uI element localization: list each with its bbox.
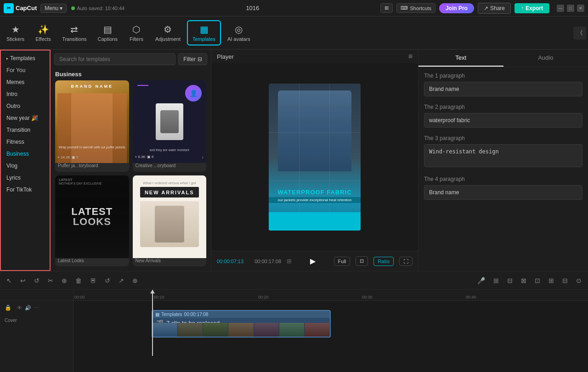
sidebar-item-vlog[interactable]: Vlog [3,160,48,172]
play-button[interactable]: ▶ [306,255,319,268]
rotate-button[interactable]: ↺ [102,275,113,286]
adjustment-label: Adjustment [155,36,181,42]
tool-captions[interactable]: ▤ Captions [93,21,122,45]
player-menu-icon[interactable]: ≡ [408,52,413,61]
paragraph-4-input[interactable] [424,185,582,200]
delete-button[interactable]: 🗑 [73,275,85,286]
tl-settings[interactable]: ⊙ [573,275,584,286]
menu-button[interactable]: Menu ▾ [40,4,67,13]
paragraph-2-input[interactable] [424,113,582,128]
sidebar-item-business[interactable]: Business [3,148,48,160]
autosave-indicator: Auto saved: 10:40:44 [71,6,124,11]
transitions-label: Transitions [62,36,86,42]
player-area: Player ≡ WATERPROOF FABRIC [211,50,418,271]
add-button[interactable]: ⊕ [59,275,70,286]
tool-transitions[interactable]: ⇄ Transitions [57,21,91,45]
tool-ai-avatars[interactable]: ◎ AI avatars [223,21,255,45]
tool-stickers[interactable]: ★ Stickers [2,21,29,45]
clip-thumb-0 [153,323,178,337]
filter-button[interactable]: Filter ⊟ [178,53,207,65]
crop-button[interactable]: ↗ [116,275,127,286]
template-card-creative[interactable]: 👤 and they are water resistant × 6.3K ▣ … [133,80,207,172]
minimize-button[interactable]: — [557,5,564,12]
templates-sidebar: ▸ Templates For You Memes Intro Outro Ne… [0,50,51,271]
export-button[interactable]: ↑ Export [514,3,549,13]
topbar: ✂ CapCut Menu ▾ Auto saved: 10:40:44 101… [0,0,588,17]
tool-filters[interactable]: ⬡ Filters [124,21,149,45]
tool-templates[interactable]: ▦ Templates [187,20,221,45]
shortcuts-button[interactable]: ⌨ Shortcuts [396,3,435,13]
tl-tool6[interactable]: ⊟ [560,275,571,286]
mark-button[interactable]: ⛨ [87,275,99,286]
effects-label: Effects [35,36,51,42]
tl-tool2[interactable]: ⊟ [504,275,515,286]
toolbar-collapse-button[interactable]: 《 [573,27,586,39]
cover-area: Cover [0,315,73,325]
tool-adjustment[interactable]: ⚙ Adjustment [151,21,185,45]
template-card-newarrivals[interactable]: What I ordered versus what I got NEW ARR… [133,175,207,267]
template-thumb-newarrivals: What I ordered versus what I got NEW ARR… [133,175,207,258]
ruler-mark-2: 00:20 [258,295,269,299]
time-total: 00:00:17:08 [254,259,281,264]
sidebar-item-for-you[interactable]: For You [3,64,48,76]
ruler-mark-1: 00:10 [154,295,164,299]
paragraph-1-input[interactable] [424,82,582,96]
share-button[interactable]: ↗ Share [478,3,511,14]
player-controls: 00:00:07:13 00:00:17:08 ⊞ ▶ Full ⊡ Ratio… [211,251,418,271]
close-button[interactable]: ✕ [577,5,584,12]
timeline-clip[interactable]: ▦ Templates 00:00:17:08 🎬 7 clip to be r… [152,310,331,338]
filters-icon: ⬡ [132,24,140,35]
template-card-latest[interactable]: LATEST LOOKS LATEST MOTHER'S DAY EXCLUSI… [55,175,129,267]
card-title-newarrivals: New Arrivals [133,258,207,265]
sidebar-item-outro[interactable]: Outro [3,100,48,112]
tl-tool1[interactable]: ⊞ [491,275,502,286]
stickers-icon: ★ [11,24,20,35]
sidebar-item-memes[interactable]: Memes [3,76,48,88]
tool-effects[interactable]: ✨ Effects [31,21,56,45]
screen-button[interactable]: ⊞ [380,3,393,13]
screenshot-button[interactable]: ⊡ [356,256,368,266]
add2-button[interactable]: ⊕ [130,275,141,286]
tl-tool3[interactable]: ⊠ [518,275,529,286]
sidebar-item-transition[interactable]: Transition [3,124,48,136]
tab-text[interactable]: Text [418,50,503,67]
eye-icon[interactable]: 👁 [17,305,22,310]
clip-thumb-1 [178,323,203,337]
search-input[interactable] [54,53,175,65]
join-pro-button[interactable]: Join Pro [439,3,474,13]
sidebar-header[interactable]: ▸ Templates [3,52,48,64]
tl-tool5[interactable]: ⊞ [546,275,557,286]
tab-audio[interactable]: Audio [503,50,588,67]
maximize-button[interactable]: □ [567,5,574,12]
tl-tool4[interactable]: ⊡ [532,275,543,286]
fullscreen-button[interactable]: ⛶ [399,257,413,266]
timeline-ruler: 00:00 00:10 00:20 00:30 00:40 [74,290,588,301]
ratio-button[interactable]: Ratio [373,257,394,266]
adjustment-icon: ⚙ [164,24,172,35]
microphone-button[interactable]: 🎤 [475,275,488,286]
clip-duration: 00:00:17:08 [184,312,209,317]
paragraph-2-section: The 2 paragraph [424,104,582,128]
ruler-mark-0: 00:00 [74,295,85,299]
template-card-puffer[interactable]: BRAND NAME Wrap yourself in warmth with … [55,80,129,172]
redo-button[interactable]: ↺ [31,275,42,286]
paragraph-3-input[interactable]: Wind-resistant design [424,144,582,167]
sidebar-title: Templates [10,55,35,62]
sidebar-item-intro[interactable]: Intro [3,88,48,100]
ruler-placeholder [0,290,73,301]
full-button[interactable]: Full [334,257,351,266]
paragraph-4-section: The 4 paragraph [424,176,582,200]
undo-button[interactable]: ↩ [17,275,28,286]
track-label-row: 🔒 👁 🔊 ⋯ [0,301,73,315]
card-title-creative: Creative ...oryboard [133,163,207,170]
speaker-icon[interactable]: 🔊 [25,305,31,311]
sidebar-item-fitness[interactable]: Fitness [3,136,48,148]
more-icon[interactable]: ⋯ [34,305,39,311]
sidebar-item-lyrics[interactable]: Lyrics [3,172,48,184]
cursor-button[interactable]: ↖ [4,275,15,286]
logo-icon: ✂ [4,3,14,13]
sidebar-item-new-year[interactable]: New year 🎉 [3,112,48,124]
effects-icon: ✨ [38,24,49,35]
sidebar-item-tiktok[interactable]: For TikTok [3,184,48,196]
split-button[interactable]: ✂ [45,275,56,286]
